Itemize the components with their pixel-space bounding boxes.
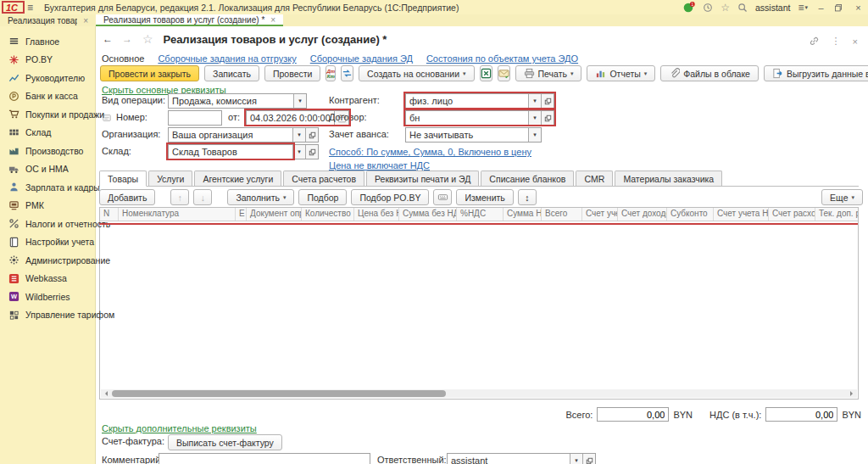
tab-close-icon[interactable]: × [270,15,275,25]
scroll-left-icon[interactable] [103,391,108,396]
comment-input[interactable] [159,454,370,464]
sidebar-item-poby[interactable]: PO.BY [0,51,95,70]
open-link-icon[interactable] [305,145,318,159]
sidebar-item-taxes[interactable]: Налоги и отчетность [0,215,95,233]
restore-button[interactable] [834,3,845,12]
total-input[interactable] [597,407,669,422]
get-link-icon[interactable] [809,36,820,47]
main-menu-icon[interactable]: ≡ [27,3,33,12]
column-header[interactable]: Счет учета [582,208,618,221]
table-more-button[interactable]: Еще▾ [821,189,863,205]
nav-edo-states[interactable]: Состояния по объектам учета ЭДО [426,53,578,64]
column-header[interactable]: Номенклатура [119,208,236,221]
sidebar-item-salary-hr[interactable]: Зарплата и кадры [0,178,95,197]
add-row-button[interactable]: Добавить [99,189,155,205]
scroll-right-icon[interactable] [850,391,855,396]
sidebar-item-administration[interactable]: Администрирование [0,251,95,270]
close-form-icon[interactable]: × [853,36,858,47]
operation-type-field[interactable]: Продажа, комиссия ▾ [168,93,307,109]
pick-button[interactable]: Подбор [298,189,347,205]
move-down-button[interactable]: ↓ [193,189,212,205]
scrollbar-thumb[interactable] [112,390,446,397]
fill-button[interactable]: Заполнить▾ [227,189,294,205]
dropdown-icon[interactable]: ▾ [528,128,541,142]
column-header[interactable]: Сумма НДС [504,208,542,221]
dt-kt-button[interactable]: ДтКт [326,65,336,81]
move-up-button[interactable]: ↑ [170,189,189,205]
responsible-field[interactable]: assistant ▾ [447,453,596,464]
sidebar-item-webkassa[interactable]: Webkassa [0,270,95,288]
sidebar-item-wildberries[interactable]: W Wildberries [0,288,95,306]
sidebar-item-main[interactable]: Главное [0,32,95,51]
issue-invoice-button[interactable]: Выписать счет-фактуру [168,434,282,450]
advance-field[interactable]: Не зачитывать ▾ [405,127,542,143]
sidebar-item-production[interactable]: Производство [0,142,95,160]
service-menu-icon[interactable]: ≡▾ [798,2,808,14]
favorites-icon[interactable]: ☆ [721,3,730,13]
open-link-icon[interactable] [305,128,318,142]
column-header[interactable]: Е [236,208,247,221]
column-header[interactable]: Документ оприх... [247,208,302,221]
nav-assembly-shipment[interactable]: Сборочные задания на отгрузку [158,53,296,64]
row-height-button[interactable]: ↕ [518,189,537,205]
comment-field[interactable] [159,453,370,464]
warehouse-field[interactable]: Склад Товаров ▾ [168,144,319,159]
horizontal-scrollbar[interactable] [101,389,857,398]
create-based-on-button[interactable]: Создать на основании▾ [359,65,474,81]
open-link-icon[interactable] [541,111,554,125]
discussions-icon[interactable]: 1 [683,2,695,13]
favorite-star-icon[interactable]: ☆ [142,32,153,46]
reports-button[interactable]: Отчеты▾ [587,65,655,81]
tab-customer-materials[interactable]: Материалы заказчика [615,171,722,186]
tab-print-requisites[interactable]: Реквизиты печати и ЭД [366,171,479,186]
column-header[interactable]: Счет доходов [618,208,667,221]
send-email-button[interactable] [498,65,510,81]
column-header[interactable]: Количество [302,208,354,221]
vat-input[interactable] [765,407,837,422]
organization-field[interactable]: Ваша организация ▾ [168,127,319,143]
counterparty-field[interactable]: физ. лицо ▾ [405,93,554,109]
more-icon[interactable]: ⋮ [832,36,841,47]
dropdown-icon[interactable]: ▾ [292,145,305,159]
tab-goods[interactable]: Товары [99,171,147,187]
tab-cmr[interactable]: CMR [576,171,613,186]
sidebar-item-accounting-settings[interactable]: Настройки учета [0,233,95,252]
nav-main[interactable]: Основное [102,53,144,64]
price-vat-link[interactable]: Цена не включает НДС [329,160,430,171]
sidebar-item-tariff[interactable]: Управление тарифом [0,306,95,325]
edit-button[interactable]: Изменить [456,189,513,205]
current-user[interactable]: assistant [755,3,790,13]
dropdown-icon[interactable]: ▾ [528,94,541,108]
close-window-button[interactable]: × [853,3,864,13]
sidebar-item-manager[interactable]: Руководителю [0,69,95,87]
column-header[interactable]: Всего [542,208,582,221]
column-header[interactable]: Счет расходов [769,208,815,221]
tab-agent-services[interactable]: Агентские услуги [194,171,281,186]
scan-device-button[interactable] [433,189,452,205]
vat-method-link[interactable]: Способ: По сумме, Сумма, 0, Включено в ц… [329,147,531,157]
sidebar-item-rmk[interactable]: РМК [0,197,95,215]
dropdown-icon[interactable]: ▾ [528,111,541,125]
forward-button[interactable]: → [120,32,135,46]
nav-assembly-ed[interactable]: Сборочные задания ЭД [310,53,413,64]
back-button[interactable]: ← [100,32,115,46]
post-button[interactable]: Провести [264,65,320,81]
sidebar-item-purchases-sales[interactable]: Покупки и продажи [0,105,95,124]
print-button[interactable]: Печать▾ [515,65,582,81]
save-button[interactable]: Записать [204,65,259,81]
dropdown-icon[interactable]: ▾ [570,454,582,464]
cloud-files-button[interactable]: Файлы в облаке [660,65,759,81]
export-to-file-button[interactable]: Выгрузить данные в файл [764,65,868,81]
sidebar-item-fixed-assets[interactable]: ОС и НМА [0,160,95,179]
column-header[interactable]: Сумма без НДС [399,208,457,221]
dropdown-icon[interactable]: ▾ [293,94,306,108]
number-input[interactable] [169,111,221,125]
history-icon[interactable] [703,3,713,13]
pick-poby-button[interactable]: Подбор PO.BY [351,189,429,205]
tab-blank-writeoff[interactable]: Списание бланков [481,171,574,186]
sidebar-item-warehouse[interactable]: Склад [0,124,95,143]
dropdown-icon[interactable]: ▾ [292,128,305,142]
hide-additional-requisites-link[interactable]: Скрыть дополнительные реквизиты [102,423,257,433]
table-body-empty[interactable] [100,221,858,383]
column-header[interactable]: %НДС [457,208,504,221]
